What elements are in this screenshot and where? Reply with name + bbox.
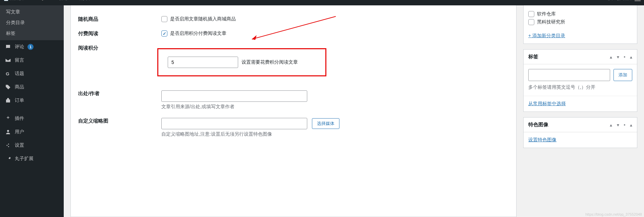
category-label: 软件仓库 [537, 11, 556, 17]
top-site-name[interactable]: 📄 黑科技 [3, 0, 23, 1]
select-media-button[interactable]: 选择媒体 [312, 118, 339, 129]
sidebar-item-label: 商品 [15, 84, 24, 90]
help-read-points: 设置需要花费积分阅读文章 [241, 59, 298, 65]
sidebar-item-category[interactable]: 分类目录 [0, 17, 64, 28]
main-content-panel: 随机商品 是否启用文章随机插入商城商品 付费阅读 ✓ 是否启用积分付费阅读文章 [70, 5, 517, 217]
dot-separator [624, 124, 625, 126]
panel-featured-image: 特色图像 ▴ ▾ ▴ 设置特色图像 [523, 117, 637, 148]
admin-top-bar: 📄 黑科技 ↻ 💬 ＋ 新建 查看文章 嗨，死社黑科 [0, 0, 644, 5]
mail-icon [5, 57, 11, 64]
sidebar-item-label: 用户 [15, 129, 24, 135]
admin-sidebar: 写文章 分类目录 标签 评论 1 留言 G 话题 商品 订单 插件 [0, 5, 64, 217]
top-refresh[interactable]: ↻ [30, 0, 34, 1]
sidebar-item-extension[interactable]: 丸子扩展 [0, 152, 64, 165]
checkbox-text: 是否启用积分付费阅读文章 [170, 30, 226, 37]
add-category-link[interactable]: + 添加新分类目录 [528, 33, 565, 38]
tag-add-button[interactable]: 添加 [613, 69, 632, 81]
dot-separator [624, 56, 625, 58]
svg-point-1 [7, 130, 9, 132]
sidebar-item-products[interactable]: 商品 [0, 80, 64, 94]
panel-title-tags: 标签 [528, 54, 538, 60]
bag-icon [5, 97, 11, 104]
panel-move-down-icon[interactable]: ▾ [617, 122, 619, 128]
category-label: 黑科技研究所 [537, 19, 565, 25]
checkbox-icon [528, 11, 534, 17]
sidebar-item-label: 插件 [15, 116, 24, 122]
svg-text:G: G [6, 71, 9, 76]
top-greeting: 嗨，死社黑科 [606, 0, 632, 1]
sidebar-item-orders[interactable]: 订单 [0, 94, 64, 107]
checkbox-text: 是否启用文章随机插入商城商品 [170, 16, 236, 22]
sidebar-item-settings[interactable]: 设置 [0, 139, 64, 152]
svg-point-2 [8, 144, 9, 145]
plugin-icon [5, 115, 11, 122]
label-source: 出处/作者 [71, 90, 161, 97]
svg-point-4 [8, 146, 9, 147]
label-random-product: 随机商品 [71, 16, 161, 22]
top-new[interactable]: ＋ 新建 [53, 0, 67, 1]
panel-toggle-icon[interactable]: ▴ [630, 54, 632, 60]
sidebar-item-comments[interactable]: 评论 1 [0, 40, 64, 54]
settings-icon [5, 142, 11, 149]
checkbox-random-product[interactable]: 是否启用文章随机插入商城商品 [161, 16, 513, 22]
sidebar-item-tags[interactable]: 标签 [0, 28, 64, 39]
panel-toggle-icon[interactable]: ▴ [630, 122, 632, 128]
panel-move-up-icon[interactable]: ▴ [610, 122, 612, 128]
top-comments[interactable]: 💬 [41, 0, 46, 1]
category-option[interactable]: 软件仓库 [528, 10, 632, 18]
choose-tags-link[interactable]: 从常用标签中选择 [528, 101, 566, 106]
sidebar-item-users[interactable]: 用户 [0, 125, 64, 139]
checkbox-icon: ✓ [161, 30, 167, 37]
input-source[interactable] [161, 90, 307, 102]
sidebar-item-label: 留言 [15, 57, 24, 63]
sidebar-item-messages[interactable]: 留言 [0, 54, 64, 67]
checkbox-icon [161, 16, 167, 22]
label-read-points: 阅读积分 [71, 45, 161, 51]
input-read-points[interactable] [168, 57, 238, 68]
avatar[interactable] [635, 0, 641, 1]
tag-input[interactable] [528, 69, 610, 81]
user-icon [5, 129, 11, 135]
sidebar-item-label: 评论 [15, 44, 24, 50]
panel-title-featured: 特色图像 [528, 122, 548, 128]
checkbox-paid-reading[interactable]: ✓ 是否启用积分付费阅读文章 [161, 30, 513, 37]
tag-help: 多个标签请用英文逗号（,）分开 [528, 84, 632, 90]
sidebar-item-label: 丸子扩展 [15, 156, 34, 162]
checkbox-icon [528, 19, 534, 25]
label-thumb: 自定义缩略图 [71, 118, 161, 124]
help-source: 文章引用来源/出处,或填写文章作者 [161, 104, 513, 110]
sidebar-item-topics[interactable]: G 话题 [0, 67, 64, 80]
input-thumb[interactable] [161, 118, 307, 129]
sidebar-item-plugins[interactable]: 插件 [0, 112, 64, 125]
panel-move-up-icon[interactable]: ▴ [610, 54, 612, 60]
panel-tags: 标签 ▴ ▾ ▴ 添加 多个标签请用英文逗号（,）分开 从常用标签 [523, 49, 637, 112]
label-paid-reading: 付费阅读 [71, 30, 161, 37]
comments-badge: 1 [28, 44, 34, 50]
set-featured-image-link[interactable]: 设置特色图像 [528, 137, 556, 142]
svg-point-3 [7, 145, 8, 146]
sidebar-item-label: 设置 [15, 142, 24, 148]
watermark: https://blog.csdn.net/qq_37552048 [585, 212, 642, 216]
comment-icon [5, 44, 11, 50]
category-option[interactable]: 黑科技研究所 [528, 18, 632, 26]
help-thumb: 自定义缩略图地址,注意:设置后无须另行设置特色图像 [161, 131, 513, 137]
annotation-highlight-box: 设置需要花费积分阅读文章 [157, 48, 326, 76]
sidebar-item-label: 订单 [15, 97, 24, 103]
panel-categories: 软件仓库 黑科技研究所 + 添加新分类目录 [523, 5, 637, 44]
panel-move-down-icon[interactable]: ▾ [617, 54, 619, 60]
sidebar-item-write[interactable]: 写文章 [0, 7, 64, 17]
topic-icon: G [5, 70, 11, 77]
tag-icon [5, 84, 11, 90]
top-view-post[interactable]: 查看文章 [74, 0, 92, 1]
wrench-icon [5, 155, 11, 162]
sidebar-item-label: 话题 [15, 71, 24, 77]
